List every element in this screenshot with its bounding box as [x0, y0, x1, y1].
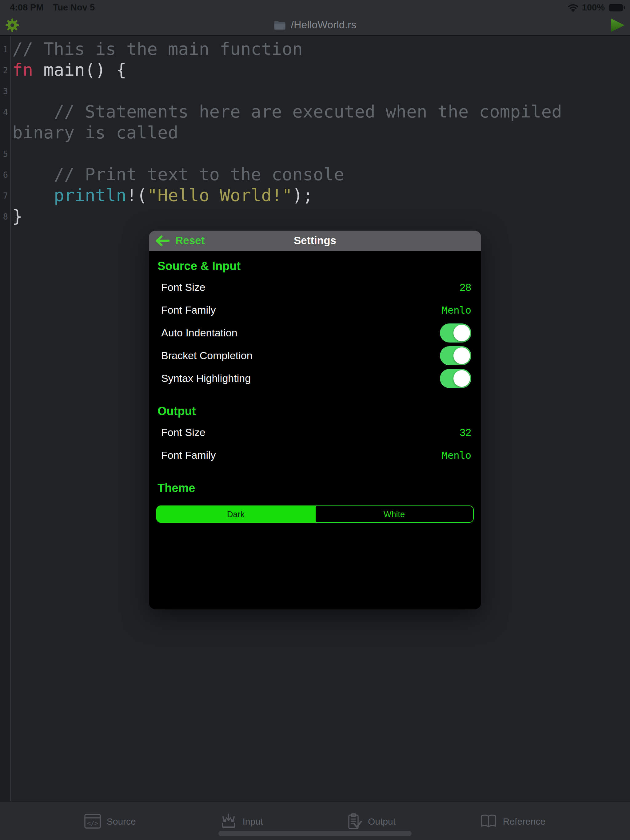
row-label: Syntax Highlighting	[161, 373, 251, 385]
document-title-group[interactable]: /HelloWorld.rs	[274, 15, 356, 35]
line-number: 1	[0, 39, 11, 60]
toggle-switch[interactable]	[440, 324, 471, 343]
line-number: 6	[0, 164, 11, 185]
code-text: fn main() {	[11, 60, 630, 81]
screen: 4:08 PM Tue Nov 5 100%	[0, 0, 630, 840]
wifi-icon	[568, 3, 578, 11]
code-text	[11, 81, 630, 101]
row-label: Font Family	[161, 449, 216, 461]
toggle-switch[interactable]	[440, 369, 471, 388]
tab-label: Source	[107, 816, 136, 826]
row-value: 28	[459, 281, 471, 294]
status-left: 4:08 PM Tue Nov 5	[10, 2, 95, 12]
reset-back-button[interactable]: Reset	[155, 234, 204, 247]
settings-gear-button[interactable]	[6, 19, 19, 32]
code-text: // Statements here are executed when the…	[11, 101, 630, 143]
row-label: Bracket Completion	[161, 350, 253, 362]
code-line: 8}	[0, 206, 630, 227]
code-text: println!("Hello World!");	[11, 185, 630, 206]
tab-source[interactable]: </> Source	[85, 813, 136, 829]
play-icon	[610, 18, 626, 33]
code-token: // Print text to the console	[12, 164, 344, 185]
theme-option-dark[interactable]: Dark	[157, 506, 315, 522]
code-text: }	[11, 206, 630, 227]
folder-icon	[274, 20, 286, 30]
code-line: 7 println!("Hello World!");	[0, 185, 630, 206]
status-right: 100%	[568, 2, 625, 12]
run-button[interactable]	[610, 18, 626, 33]
code-token: // This is the main function	[12, 39, 303, 59]
settings-row[interactable]: Syntax Highlighting	[156, 367, 474, 390]
settings-row[interactable]: Bracket Completion	[156, 344, 474, 367]
battery-icon	[608, 3, 625, 11]
section-title: Theme	[157, 482, 474, 495]
settings-row[interactable]: Auto Indentation	[156, 322, 474, 344]
toggle-knob	[453, 325, 470, 341]
tab-output[interactable]: Output	[348, 813, 396, 829]
code-text: // This is the main function	[11, 39, 630, 60]
reset-label: Reset	[175, 234, 204, 247]
home-indicator[interactable]	[218, 831, 412, 836]
code-token: }	[12, 206, 23, 226]
toggle-knob	[453, 370, 470, 387]
code-line: 2fn main() {	[0, 60, 630, 81]
line-number: 2	[0, 60, 11, 81]
tab-label: Output	[368, 816, 396, 826]
line-number: 4	[0, 101, 11, 122]
theme-segmented-control: DarkWhite	[156, 505, 474, 523]
code-token: "Hello World!"	[147, 185, 292, 205]
open-book-icon	[480, 813, 497, 829]
settings-row[interactable]: Font FamilyMenlo	[156, 299, 474, 322]
battery-percent: 100%	[582, 2, 605, 12]
section-title: Output	[157, 405, 474, 418]
code-token: !(	[127, 185, 147, 205]
code-line: 3	[0, 81, 630, 101]
code-line: 4 // Statements here are executed when t…	[0, 101, 630, 143]
line-number: 8	[0, 206, 11, 227]
status-date: Tue Nov 5	[53, 2, 95, 12]
tab-label: Input	[243, 816, 263, 826]
settings-section: Source & InputFont Size28Font FamilyMenl…	[156, 259, 474, 390]
row-label: Font Size	[161, 426, 206, 439]
line-number: 7	[0, 185, 11, 206]
row-label: Font Family	[161, 304, 216, 316]
app-root: 4:08 PM Tue Nov 5 100%	[0, 0, 630, 840]
line-number: 5	[0, 143, 11, 164]
code-window-icon: </>	[85, 813, 101, 829]
code-lines: 1// This is the main function2fn main() …	[0, 36, 630, 227]
row-value: Menlo	[442, 305, 471, 316]
theme-option-white[interactable]: White	[315, 506, 473, 522]
line-number: 3	[0, 81, 11, 101]
row-label: Auto Indentation	[161, 327, 237, 339]
toggle-switch[interactable]	[440, 346, 471, 365]
settings-modal: Reset Settings Source & InputFont Size28…	[149, 231, 481, 609]
back-arrow-icon	[155, 235, 170, 246]
code-token: main() {	[33, 60, 126, 80]
code-token	[12, 185, 54, 205]
code-line: 6 // Print text to the console	[0, 164, 630, 185]
section-title: Source & Input	[157, 259, 474, 273]
settings-section: ThemeDarkWhite	[156, 482, 474, 523]
tab-label: Reference	[503, 816, 545, 826]
code-line: 1// This is the main function	[0, 39, 630, 60]
code-token: // Statements here are executed when the…	[12, 101, 573, 143]
settings-row[interactable]: Font Size32	[156, 421, 474, 444]
status-time: 4:08 PM	[10, 2, 44, 12]
status-bar: 4:08 PM Tue Nov 5 100%	[0, 0, 630, 15]
settings-section: OutputFont Size32Font FamilyMenlo	[156, 405, 474, 467]
settings-body: Source & InputFont Size28Font FamilyMenl…	[149, 251, 481, 609]
tab-input[interactable]: Input	[220, 813, 263, 829]
gear-icon	[6, 19, 19, 32]
code-text: // Print text to the console	[11, 164, 630, 185]
tab-reference[interactable]: Reference	[480, 813, 545, 829]
clipboard-check-icon	[348, 813, 362, 829]
settings-row[interactable]: Font FamilyMenlo	[156, 444, 474, 467]
row-value: Menlo	[442, 450, 471, 461]
document-title: /HelloWorld.rs	[291, 19, 356, 31]
settings-header: Reset Settings	[149, 231, 481, 251]
settings-row[interactable]: Font Size28	[156, 276, 474, 299]
code-text	[11, 143, 630, 164]
code-line: 5	[0, 143, 630, 164]
input-tray-icon	[220, 813, 237, 829]
svg-text:</>: </>	[87, 819, 98, 826]
